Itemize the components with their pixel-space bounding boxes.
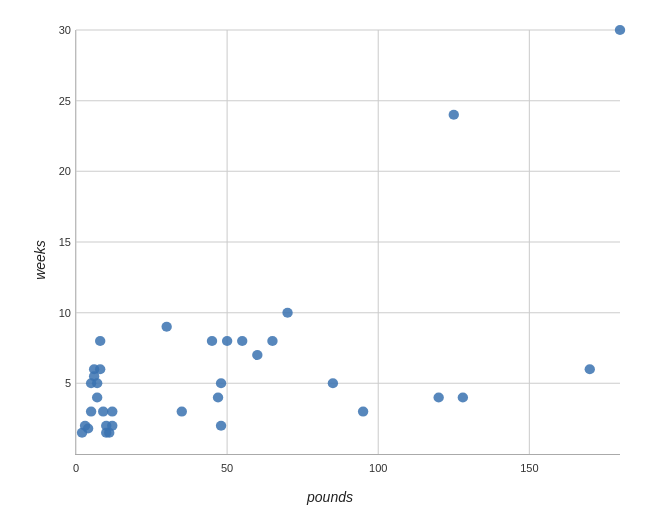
scatter-svg [76, 30, 620, 454]
data-point [98, 407, 108, 417]
data-point [177, 407, 187, 417]
data-point [585, 364, 595, 374]
data-point [216, 378, 226, 388]
data-point [216, 421, 226, 431]
data-point [95, 336, 105, 346]
data-point [267, 336, 277, 346]
y-tick-label: 10 [59, 307, 71, 319]
x-tick-label: 150 [520, 462, 538, 474]
data-point [86, 407, 96, 417]
x-tick-label: 0 [73, 462, 79, 474]
data-point [213, 392, 223, 402]
x-tick-label: 100 [369, 462, 387, 474]
y-tick-label: 20 [59, 165, 71, 177]
y-tick-label: 5 [65, 377, 71, 389]
y-tick-label: 25 [59, 95, 71, 107]
data-point [207, 336, 217, 346]
y-tick-label: 15 [59, 236, 71, 248]
data-point [92, 392, 102, 402]
data-point [449, 110, 459, 120]
data-point [615, 25, 625, 35]
data-point [328, 378, 338, 388]
data-point [107, 421, 117, 431]
data-point [95, 364, 105, 374]
data-point [92, 378, 102, 388]
data-point [222, 336, 232, 346]
data-point [458, 392, 468, 402]
plot-area: 05010015051015202530 [75, 30, 620, 455]
data-point [237, 336, 247, 346]
data-point [107, 407, 117, 417]
data-point [83, 424, 93, 434]
data-point [252, 350, 262, 360]
y-tick-label: 30 [59, 24, 71, 36]
data-point [358, 407, 368, 417]
x-axis-label: pounds [307, 489, 353, 505]
x-tick-label: 50 [221, 462, 233, 474]
data-point [433, 392, 443, 402]
y-axis-label: weeks [32, 240, 48, 280]
data-point [282, 308, 292, 318]
chart-container: weeks pounds 05010015051015202530 [20, 15, 640, 505]
data-point [161, 322, 171, 332]
